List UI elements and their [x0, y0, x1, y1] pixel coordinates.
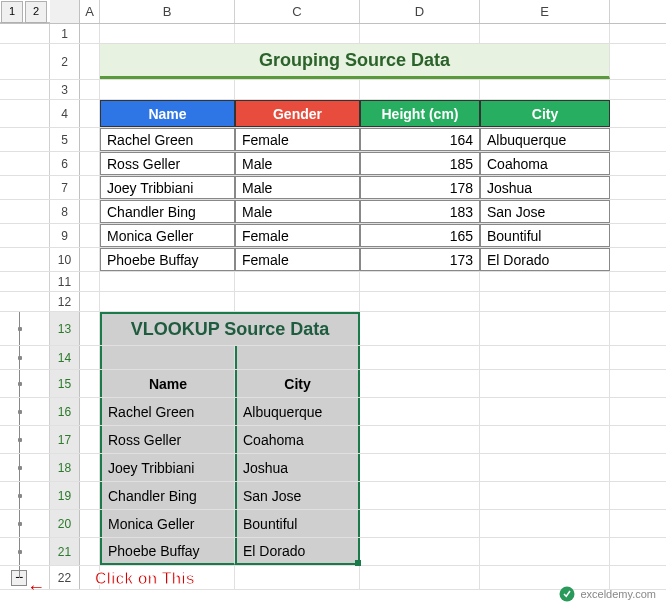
source-cell-name[interactable]: Chandler Bing: [100, 482, 235, 509]
cell-D11[interactable]: [360, 272, 480, 291]
cell-A13[interactable]: [80, 312, 100, 345]
cell-E1[interactable]: [480, 24, 610, 43]
cell-D15[interactable]: [360, 370, 480, 397]
header-gender[interactable]: Gender: [235, 100, 360, 127]
cell-name[interactable]: Phoebe Buffay: [100, 248, 235, 271]
cell-D20[interactable]: [360, 510, 480, 537]
cell-D21[interactable]: [360, 538, 480, 565]
cell-city[interactable]: San Jose: [480, 200, 610, 223]
cell-A7[interactable]: [80, 176, 100, 199]
selection-handle[interactable]: [355, 560, 361, 566]
header-name[interactable]: Name: [100, 100, 235, 127]
cell-A9[interactable]: [80, 224, 100, 247]
row-header-11[interactable]: 11: [50, 272, 80, 291]
cell-D14[interactable]: [360, 346, 480, 369]
source-cell-city[interactable]: Albuquerque: [235, 398, 360, 425]
cell-gender[interactable]: Female: [235, 128, 360, 151]
cell-D12[interactable]: [360, 292, 480, 311]
cell-A8[interactable]: [80, 200, 100, 223]
cell-height[interactable]: 165: [360, 224, 480, 247]
cell-B12[interactable]: [100, 292, 235, 311]
row-header-16[interactable]: 16: [50, 398, 80, 425]
cell-A18[interactable]: [80, 454, 100, 481]
cell-E3[interactable]: [480, 80, 610, 99]
cell-C14[interactable]: [235, 346, 360, 369]
row-header-6[interactable]: 6: [50, 152, 80, 175]
cell-C1[interactable]: [235, 24, 360, 43]
source-cell-city[interactable]: San Jose: [235, 482, 360, 509]
cell-E15[interactable]: [480, 370, 610, 397]
cell-E11[interactable]: [480, 272, 610, 291]
cell-height[interactable]: 178: [360, 176, 480, 199]
row-header-20[interactable]: 20: [50, 510, 80, 537]
select-all-corner[interactable]: [50, 0, 80, 23]
cell-A21[interactable]: [80, 538, 100, 565]
cell-name[interactable]: Rachel Green: [100, 128, 235, 151]
cell-A20[interactable]: [80, 510, 100, 537]
row-header-19[interactable]: 19: [50, 482, 80, 509]
source-header-name[interactable]: Name: [100, 370, 235, 397]
row-header-3[interactable]: 3: [50, 80, 80, 99]
cell-height[interactable]: 164: [360, 128, 480, 151]
cell-height[interactable]: 185: [360, 152, 480, 175]
cell-A3[interactable]: [80, 80, 100, 99]
row-header-22[interactable]: 22: [50, 566, 80, 589]
row-header-10[interactable]: 10: [50, 248, 80, 271]
source-cell-name[interactable]: Monica Geller: [100, 510, 235, 537]
cell-city[interactable]: El Dorado: [480, 248, 610, 271]
cell-D22[interactable]: [360, 566, 480, 589]
cell-city[interactable]: Joshua: [480, 176, 610, 199]
outline-level-1-button[interactable]: 1: [1, 1, 23, 23]
header-city[interactable]: City: [480, 100, 610, 127]
cell-C11[interactable]: [235, 272, 360, 291]
row-header-14[interactable]: 14: [50, 346, 80, 369]
cell-A17[interactable]: [80, 426, 100, 453]
cell-E12[interactable]: [480, 292, 610, 311]
cell-E21[interactable]: [480, 538, 610, 565]
source-cell-name[interactable]: Joey Tribbiani: [100, 454, 235, 481]
row-header-5[interactable]: 5: [50, 128, 80, 151]
source-cell-city[interactable]: El Dorado: [235, 538, 360, 565]
row-header-2[interactable]: 2: [50, 44, 80, 79]
cell-D16[interactable]: [360, 398, 480, 425]
row-header-7[interactable]: 7: [50, 176, 80, 199]
cell-A15[interactable]: [80, 370, 100, 397]
cell-A5[interactable]: [80, 128, 100, 151]
cell-E19[interactable]: [480, 482, 610, 509]
row-header-13[interactable]: 13: [50, 312, 80, 345]
cell-city[interactable]: Albuquerque: [480, 128, 610, 151]
cell-height[interactable]: 183: [360, 200, 480, 223]
row-header-21[interactable]: 21: [50, 538, 80, 565]
cell-name[interactable]: Ross Geller: [100, 152, 235, 175]
cell-A4[interactable]: [80, 100, 100, 127]
row-header-1[interactable]: 1: [50, 24, 80, 43]
cell-B11[interactable]: [100, 272, 235, 291]
col-header-A[interactable]: A: [80, 0, 100, 23]
col-header-B[interactable]: B: [100, 0, 235, 23]
cell-A11[interactable]: [80, 272, 100, 291]
row-header-15[interactable]: 15: [50, 370, 80, 397]
cell-name[interactable]: Joey Tribbiani: [100, 176, 235, 199]
outline-level-2-button[interactable]: 2: [25, 1, 47, 23]
cell-A16[interactable]: [80, 398, 100, 425]
source-cell-city[interactable]: Joshua: [235, 454, 360, 481]
cell-A10[interactable]: [80, 248, 100, 271]
row-header-9[interactable]: 9: [50, 224, 80, 247]
cell-C3[interactable]: [235, 80, 360, 99]
header-height[interactable]: Height (cm): [360, 100, 480, 127]
row-header-18[interactable]: 18: [50, 454, 80, 481]
cell-D18[interactable]: [360, 454, 480, 481]
cell-height[interactable]: 173: [360, 248, 480, 271]
row-header-8[interactable]: 8: [50, 200, 80, 223]
cell-city[interactable]: Coahoma: [480, 152, 610, 175]
cell-D3[interactable]: [360, 80, 480, 99]
row-header-17[interactable]: 17: [50, 426, 80, 453]
cell-D19[interactable]: [360, 482, 480, 509]
cell-gender[interactable]: Female: [235, 224, 360, 247]
source-cell-city[interactable]: Bountiful: [235, 510, 360, 537]
source-title[interactable]: VLOOKUP Source Data: [100, 312, 360, 345]
cell-A12[interactable]: [80, 292, 100, 311]
cell-A14[interactable]: [80, 346, 100, 369]
cell-B14[interactable]: [100, 346, 235, 369]
cell-name[interactable]: Chandler Bing: [100, 200, 235, 223]
